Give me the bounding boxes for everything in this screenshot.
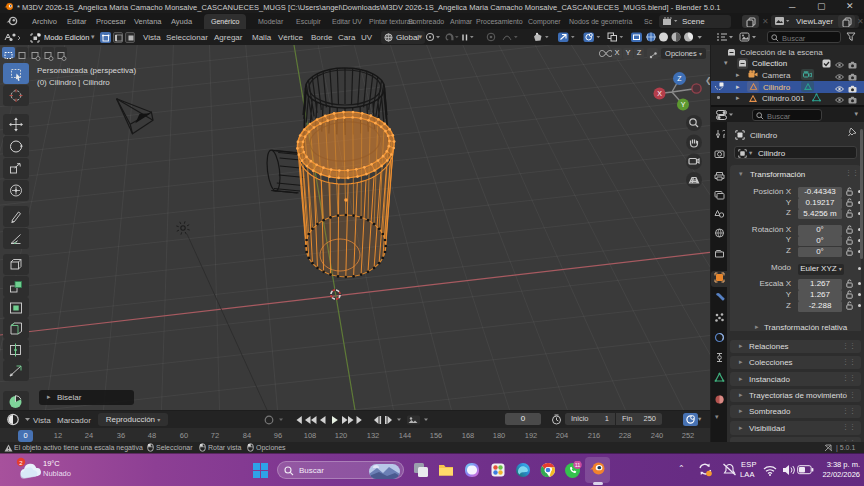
svg-text:Y: Y xyxy=(681,101,686,108)
svg-text:Z: Z xyxy=(677,75,682,82)
svg-text:11: 11 xyxy=(575,462,581,468)
svg-text:(0) Cilindro | Cilindro: (0) Cilindro | Cilindro xyxy=(37,78,110,87)
svg-text:❮: ❮ xyxy=(705,76,710,85)
svg-text:X: X xyxy=(657,90,662,97)
svg-text:Personalizada (perspectiva): Personalizada (perspectiva) xyxy=(37,66,136,75)
